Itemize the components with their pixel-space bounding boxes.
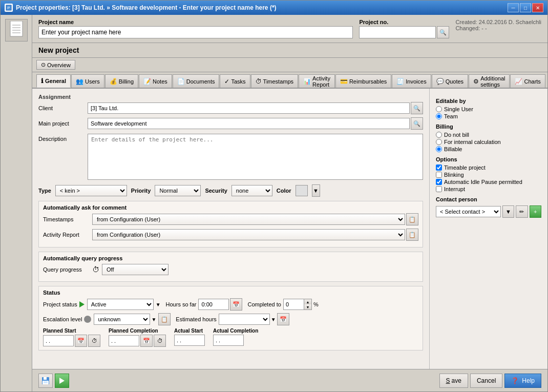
activity-report-select[interactable]: from Configuration (User) <box>92 229 405 240</box>
estimated-hours-label: Estimated hours <box>176 316 216 322</box>
help-button[interactable]: ❓ Help <box>504 374 541 388</box>
status-section: Status Project status Active ▼ <box>38 286 423 350</box>
description-textarea[interactable] <box>88 134 423 180</box>
color-dropdown-button[interactable]: ▼ <box>312 184 320 197</box>
security-select[interactable]: none <box>231 185 272 196</box>
project-status-label: Project status <box>43 301 77 307</box>
tab-charts[interactable]: 📈 Charts <box>510 74 545 88</box>
close-button[interactable]: ✕ <box>532 3 543 12</box>
project-status-select-group: Active ▼ <box>79 299 161 310</box>
priority-label: Priority <box>131 188 151 194</box>
completed-to-spinner: ▲ ▼ % <box>283 299 319 310</box>
type-row: Type < kein > Priority Normal Security <box>38 184 423 197</box>
single-user-radio[interactable] <box>436 106 442 112</box>
do-not-bill-radio-item: Do not bill <box>436 132 541 138</box>
main-panel: Project name Project no. 🔍 Created: <box>32 15 547 391</box>
priority-select[interactable]: Normal <box>155 185 201 196</box>
tab-general[interactable]: ℹ General <box>36 74 71 88</box>
tab-additional-settings[interactable]: ⚙ Additional settings <box>469 74 510 88</box>
tab-documents[interactable]: 📄 Documents <box>173 74 220 88</box>
interrupt-checkbox[interactable] <box>436 186 442 192</box>
svg-rect-2 <box>10 21 23 36</box>
planned-completion-time-button[interactable]: ⏱ <box>154 335 166 347</box>
assignment-group: Assignment Client 🔍 Main project <box>38 94 423 130</box>
escalation-edit-button[interactable]: 📋 <box>158 313 171 325</box>
planned-start-input[interactable] <box>43 335 74 346</box>
actual-start-input[interactable] <box>174 335 205 346</box>
save-icon-button[interactable] <box>38 374 53 388</box>
auto-idle-checkbox[interactable] <box>436 179 442 185</box>
planned-completion-input[interactable] <box>109 335 139 346</box>
tab-billing[interactable]: 💰 Billing <box>105 74 138 88</box>
additional-settings-tab-icon: ⚙ <box>473 78 479 85</box>
timestamps-row: Timestamps from Configuration (User) 📋 <box>43 213 418 225</box>
contact-edit-button[interactable]: ✏ <box>516 205 528 218</box>
timestamps-config-button[interactable]: 📋 <box>406 213 418 225</box>
client-input[interactable] <box>88 102 410 114</box>
tab-quotes[interactable]: 💬 Quotes <box>432 74 468 88</box>
actual-start-inputs <box>174 335 205 346</box>
cancel-button[interactable]: Cancel <box>470 374 502 388</box>
tab-reimbursables[interactable]: 💳 Reimbursables <box>335 74 391 88</box>
maximize-button[interactable]: □ <box>520 3 531 12</box>
color-picker[interactable] <box>296 185 308 196</box>
timestamps-label: Timestamps <box>43 216 89 222</box>
query-progress-select[interactable]: Off <box>102 264 168 275</box>
sidebar-icon[interactable] <box>5 19 28 42</box>
main-project-browse-button[interactable]: 🔍 <box>411 117 423 130</box>
minimize-button[interactable]: ─ <box>508 3 519 12</box>
status-title: Status <box>43 290 418 296</box>
completed-to-input[interactable] <box>283 299 304 310</box>
security-label: Security <box>205 188 227 194</box>
team-label: Team <box>444 113 458 119</box>
tab-users[interactable]: 👥 Users <box>71 74 104 88</box>
estimated-hours-select[interactable] <box>219 314 270 325</box>
overview-button[interactable]: ⊙ Overview <box>36 60 75 70</box>
project-header: Project name Project no. 🔍 Created: <box>32 15 547 43</box>
timeable-label: Timeable project <box>444 164 486 171</box>
tab-tasks[interactable]: ✓ Tasks <box>220 74 250 88</box>
save-button[interactable]: Save <box>439 374 468 388</box>
timestamps-select[interactable]: from Configuration (User) <box>92 214 405 225</box>
actual-completion-input[interactable] <box>213 335 244 346</box>
timeable-checkbox[interactable] <box>436 164 442 171</box>
hours-input[interactable] <box>198 299 229 310</box>
hours-calendar-button[interactable]: 📅 <box>230 298 242 311</box>
billable-radio[interactable] <box>436 146 442 152</box>
estimated-hours-button[interactable]: 📅 <box>277 313 289 325</box>
tab-invoices[interactable]: 🧾 Invoices <box>392 74 431 88</box>
escalation-level-label: Escalation level <box>43 316 82 322</box>
tab-timestamps[interactable]: ⏱ Timestamps <box>251 74 299 88</box>
contact-dropdown-button[interactable]: ▼ <box>502 205 514 218</box>
project-no-input[interactable] <box>359 26 436 38</box>
team-radio[interactable] <box>436 113 442 119</box>
spinner-down-button[interactable]: ▼ <box>304 304 311 310</box>
contact-add-button[interactable]: + <box>530 205 541 218</box>
contact-select[interactable]: < Select contact > <box>436 206 501 217</box>
project-no-browse-button[interactable]: 🔍 <box>437 26 449 38</box>
blinking-checkbox[interactable] <box>436 172 442 178</box>
activity-report-config-button[interactable]: 📋 <box>406 229 418 241</box>
run-button[interactable] <box>55 374 69 388</box>
project-name-input[interactable] <box>38 26 353 38</box>
overview-bar: ⊙ Overview <box>32 58 547 72</box>
notes-tab-icon: 📝 <box>143 78 151 85</box>
internal-calc-radio[interactable] <box>436 139 442 145</box>
escalation-select[interactable]: unknown <box>94 314 150 325</box>
billing-title: Billing <box>436 123 541 130</box>
planned-start-time-button[interactable]: ⏱ <box>88 335 100 347</box>
planned-start-calendar-button[interactable]: 📅 <box>75 335 87 347</box>
tab-activity-report[interactable]: 📊 Activity Report <box>299 74 335 88</box>
team-radio-item: Team <box>436 113 541 119</box>
type-select[interactable]: < kein > <box>55 185 127 196</box>
spinner-up-button[interactable]: ▲ <box>304 299 311 304</box>
planned-completion-calendar-button[interactable]: 📅 <box>140 335 153 347</box>
tab-notes[interactable]: 📝 Notes <box>139 74 172 88</box>
sidebar <box>1 15 32 391</box>
do-not-bill-radio[interactable] <box>436 132 442 138</box>
client-input-group: 🔍 <box>88 102 423 114</box>
project-status-select[interactable]: Active <box>87 299 154 310</box>
project-name-field: Project name <box>38 19 353 38</box>
main-project-input[interactable] <box>88 118 410 129</box>
client-browse-button[interactable]: 🔍 <box>411 102 423 114</box>
